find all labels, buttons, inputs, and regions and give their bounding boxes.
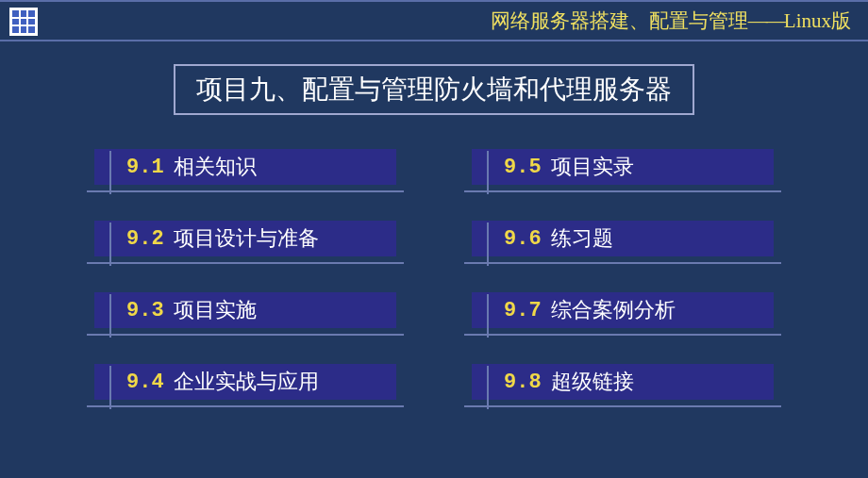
item-vertical-line [109, 223, 111, 266]
item-bar: 9.1 相关知识 [94, 149, 396, 185]
item-number: 9.6 [504, 227, 542, 251]
toc-item[interactable]: 9.4 企业实战与应用 [94, 364, 396, 409]
toc-item[interactable]: 9.1 相关知识 [94, 149, 396, 194]
toc-item[interactable]: 9.2 项目设计与准备 [94, 221, 396, 266]
item-vertical-line [487, 151, 489, 194]
header-title-dash: —— [748, 9, 784, 32]
toc-item[interactable]: 9.5 项目实录 [472, 149, 774, 194]
item-bar: 9.8 超级链接 [472, 364, 774, 400]
toc-left-column: 9.1 相关知识 9.2 项目设计与准备 9.3 项目实施 9.4 [94, 149, 396, 409]
item-underline [87, 334, 404, 336]
header-title: 网络服务器搭建、配置与管理——Linux版 [491, 8, 851, 34]
item-label: 项目实录 [551, 153, 634, 181]
item-label: 练习题 [551, 224, 613, 253]
item-label: 超级链接 [551, 368, 634, 396]
item-number: 9.7 [504, 299, 542, 322]
item-label: 综合案例分析 [551, 296, 676, 324]
toc-columns: 9.1 相关知识 9.2 项目设计与准备 9.3 项目实施 9.4 [0, 149, 868, 409]
item-underline [87, 262, 404, 264]
toc-item[interactable]: 9.3 项目实施 [94, 292, 396, 338]
item-vertical-line [487, 294, 489, 338]
item-underline [464, 405, 781, 407]
item-bar: 9.4 企业实战与应用 [94, 364, 396, 400]
item-bar: 9.3 项目实施 [94, 292, 396, 328]
toc-item[interactable]: 9.7 综合案例分析 [472, 292, 774, 338]
item-vertical-line [109, 294, 111, 338]
toc-item[interactable]: 9.6 练习题 [472, 221, 774, 266]
item-underline [464, 190, 781, 192]
item-underline [464, 334, 781, 336]
item-underline [87, 405, 404, 407]
item-label: 企业实战与应用 [174, 368, 319, 396]
item-number: 9.8 [504, 371, 542, 394]
header-bar: 网络服务器搭建、配置与管理——Linux版 [0, 0, 868, 41]
toc-right-column: 9.5 项目实录 9.6 练习题 9.7 综合案例分析 9.8 [472, 149, 774, 409]
item-vertical-line [487, 223, 489, 266]
item-underline [464, 262, 781, 264]
item-bar: 9.6 练习题 [472, 221, 774, 256]
item-vertical-line [487, 366, 489, 409]
toc-item[interactable]: 9.8 超级链接 [472, 364, 774, 409]
grid-icon[interactable] [9, 8, 38, 36]
item-number: 9.1 [126, 156, 164, 179]
item-number: 9.3 [126, 299, 164, 322]
header-title-prefix: 网络服务器搭建、配置与管理 [491, 9, 748, 32]
item-vertical-line [109, 151, 111, 194]
item-bar: 9.7 综合案例分析 [472, 292, 774, 328]
item-number: 9.5 [504, 156, 542, 179]
item-label: 项目实施 [174, 296, 257, 324]
item-label: 项目设计与准备 [174, 224, 319, 253]
header-title-suffix: Linux版 [784, 9, 851, 32]
slide-title: 项目九、配置与管理防火墙和代理服务器 [174, 64, 694, 115]
item-vertical-line [109, 366, 111, 409]
item-bar: 9.2 项目设计与准备 [94, 221, 396, 256]
item-bar: 9.5 项目实录 [472, 149, 774, 185]
item-number: 9.2 [126, 227, 164, 251]
item-underline [87, 190, 404, 192]
item-label: 相关知识 [174, 153, 257, 181]
item-number: 9.4 [126, 371, 164, 394]
